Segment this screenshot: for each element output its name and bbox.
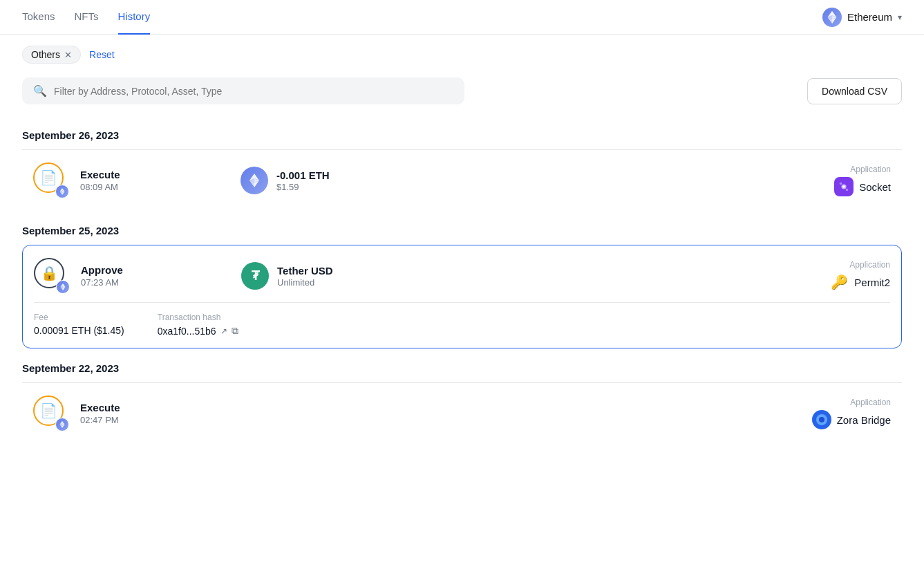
fee-value: 0.00091 ETH ($1.45): [34, 325, 124, 336]
tx-time-3: 02:47 PM: [80, 415, 218, 425]
date-heading-sep22: September 22, 2023: [22, 362, 902, 374]
download-csv-button[interactable]: Download CSV: [807, 78, 902, 104]
fee-detail: Fee 0.00091 ETH ($1.45): [34, 313, 124, 337]
tx-row-top: 🔒 Approve 07:23 AM ₮: [34, 258, 890, 294]
tab-tokens[interactable]: Tokens: [22, 0, 55, 35]
tab-history[interactable]: History: [118, 0, 151, 35]
tx-asset-usdt: ₮ Tether USD Unlimited: [241, 262, 766, 290]
permit-app-icon: 🔑: [829, 272, 849, 292]
asset-sub: $1.59: [276, 182, 330, 192]
transaction-row-3[interactable]: 📄 Execute 02:47 PM Application: [22, 382, 902, 444]
tx-type-3: Execute: [80, 402, 218, 413]
search-input[interactable]: [54, 86, 453, 97]
eth-diamond-icon: [822, 8, 842, 27]
usdt-symbol: ₮: [252, 268, 259, 283]
filter-bar: Others ✕ Reset: [0, 35, 924, 72]
ethereum-logo: [824, 10, 840, 25]
tx-time-approve: 07:23 AM: [81, 277, 219, 288]
svg-point-18: [846, 189, 849, 192]
asset-details: -0.001 ETH $1.59: [276, 169, 330, 192]
socket-logo: [838, 180, 850, 193]
transaction-row[interactable]: 📄 Execute 08:09 AM: [22, 149, 902, 211]
tx-icon-execute-3: 📄: [33, 395, 69, 431]
app-name-text: Socket: [859, 181, 891, 193]
tx-time: 08:09 AM: [80, 182, 218, 192]
usdt-details: Tether USD Unlimited: [277, 265, 333, 288]
network-selector[interactable]: Ethereum ▾: [822, 8, 902, 27]
usdt-amount: Tether USD: [277, 265, 333, 277]
tx-type: Execute: [80, 169, 218, 180]
tx-asset: -0.001 ETH $1.59: [241, 167, 766, 194]
chip-label: Others: [31, 49, 60, 60]
tx-app-zora: Application Zora Bridge: [766, 398, 891, 429]
search-row: 🔍 Download CSV: [0, 72, 924, 115]
tx-app: Application Socket: [766, 165, 891, 196]
content-area: September 26, 2023 📄 Execute 08:09 AM: [0, 129, 924, 444]
tx-info-approve: Approve 07:23 AM: [81, 264, 219, 288]
eth-badge-svg-2: [59, 283, 67, 291]
reset-button[interactable]: Reset: [89, 49, 115, 60]
search-input-wrap: 🔍: [22, 77, 464, 104]
eth-asset-icon: [241, 167, 268, 194]
eth-badge-3: [55, 418, 69, 431]
copy-icon[interactable]: ⧉: [232, 325, 238, 337]
fee-label: Fee: [34, 313, 124, 322]
date-heading-sep26: September 26, 2023: [22, 129, 902, 141]
app-name-row: Socket: [766, 177, 891, 196]
hash-detail: Transaction hash 0xa1f0...51b6 ↗ ⧉: [158, 313, 238, 337]
zora-app-name-row: Zora Bridge: [766, 410, 891, 429]
network-name: Ethereum: [847, 11, 892, 23]
search-icon: 🔍: [33, 84, 47, 97]
tabs-bar: Tokens NFTs History Ethereum ▾: [0, 0, 924, 35]
svg-point-17: [840, 183, 842, 185]
zora-app-icon: [812, 410, 831, 429]
transaction-row-expanded[interactable]: 🔒 Approve 07:23 AM ₮: [22, 245, 902, 348]
hash-value: 0xa1f0...51b6 ↗ ⧉: [158, 325, 238, 337]
usdt-sub: Unlimited: [277, 277, 333, 288]
permit-app-label: Application: [766, 260, 890, 270]
tx-details-expanded: Fee 0.00091 ETH ($1.45) Transaction hash…: [34, 302, 890, 337]
asset-amount: -0.001 ETH: [276, 169, 330, 181]
tx-icon-execute: 📄: [33, 162, 69, 198]
zora-logo-svg: [812, 410, 831, 429]
eth-badge-approve: [56, 280, 70, 294]
tx-type-approve: Approve: [81, 264, 219, 276]
tx-info: Execute 08:09 AM: [80, 169, 218, 192]
permit-app-name-text: Permit2: [854, 277, 890, 288]
zora-app-label: Application: [766, 398, 891, 407]
eth-badge-svg-3: [58, 420, 66, 429]
permit-app-name-row: 🔑 Permit2: [766, 272, 890, 292]
eth-badge-icon: [55, 185, 69, 198]
chevron-down-icon: ▾: [898, 12, 902, 22]
chip-close-icon[interactable]: ✕: [64, 50, 72, 59]
svg-point-31: [819, 417, 824, 422]
tx-info-3: Execute 02:47 PM: [80, 402, 218, 425]
tx-icon-approve: 🔒: [34, 258, 70, 294]
hash-label: Transaction hash: [158, 313, 238, 322]
eth-badge-svg: [58, 187, 66, 196]
tab-nfts[interactable]: NFTs: [75, 0, 99, 35]
tabs-left: Tokens NFTs History: [22, 0, 150, 35]
others-chip[interactable]: Others ✕: [22, 46, 81, 64]
svg-point-16: [842, 185, 845, 188]
date-heading-sep25: September 25, 2023: [22, 225, 902, 236]
usdt-asset-icon: ₮: [241, 262, 269, 290]
external-link-icon[interactable]: ↗: [220, 326, 227, 336]
zora-app-name-text: Zora Bridge: [837, 414, 891, 426]
socket-app-icon: [834, 177, 854, 196]
eth-logo-svg: [246, 172, 263, 189]
tx-app-permit: Application 🔑 Permit2: [766, 260, 890, 292]
app-label: Application: [766, 165, 891, 174]
